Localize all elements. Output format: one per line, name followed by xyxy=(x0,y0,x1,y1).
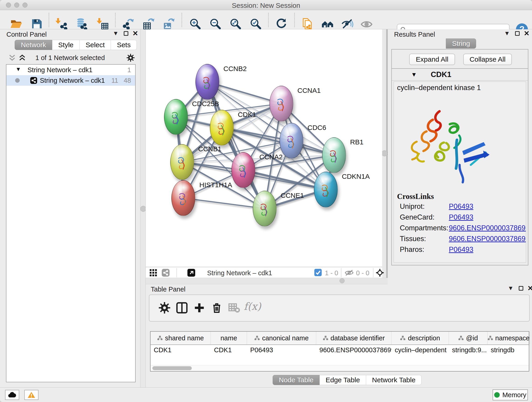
table-horizontal-scrollbar[interactable] xyxy=(151,365,529,371)
node-CCNA2[interactable] xyxy=(231,152,255,188)
node-CDC6[interactable] xyxy=(279,123,303,159)
protein-structure-image xyxy=(405,98,496,187)
column-header-@id[interactable]: @id xyxy=(449,332,488,345)
column-header-name[interactable]: name xyxy=(211,332,247,345)
zoom-out-icon[interactable] xyxy=(209,18,222,30)
detach-view-icon[interactable] xyxy=(187,269,195,277)
protein-ribbon-thumbnail xyxy=(275,95,288,115)
first-neighbors-houses-icon[interactable] xyxy=(322,18,334,30)
tab-string[interactable]: String xyxy=(446,38,476,49)
node-CCNA1[interactable] xyxy=(269,86,293,121)
protein-ribbon-thumbnail xyxy=(201,74,214,93)
apply-layout-icon[interactable] xyxy=(275,18,288,30)
right-splitter[interactable] xyxy=(382,29,388,284)
node-CCNB2[interactable] xyxy=(196,64,219,100)
left-splitter-handle[interactable] xyxy=(140,206,146,212)
zoom-in-icon[interactable] xyxy=(189,18,201,30)
network-canvas[interactable]: CCNB2CCNA1CDC25BCDK1CDC6RB1CCNB1CCNA2CDK… xyxy=(146,29,382,267)
table-menu-icon[interactable]: ▼ xyxy=(508,285,514,292)
protein-ribbon-thumbnail xyxy=(170,109,183,128)
crosslink-link[interactable]: P06493 xyxy=(449,202,473,211)
expand-all-networks-icon[interactable] xyxy=(18,54,26,62)
column-header-label: canonical name xyxy=(262,334,309,342)
edge-HIST1H1A-CCNE1[interactable] xyxy=(183,198,265,209)
network-view-share-icon[interactable] xyxy=(162,269,170,277)
close-panel-icon[interactable]: ✕ xyxy=(133,29,138,37)
network-collection-row[interactable]: ▼ String Network – cdk1 1 xyxy=(6,65,135,75)
import-network-icon[interactable] xyxy=(55,18,68,30)
export-image-icon[interactable] xyxy=(162,18,175,30)
crosslink-link[interactable]: 9606.ENSP00000378699 xyxy=(449,224,526,232)
birds-eye-crosshair-icon[interactable] xyxy=(376,268,384,277)
edge-CCNA2-CDKN1A[interactable] xyxy=(243,170,326,190)
grid-view-icon[interactable] xyxy=(149,269,157,277)
collapse-all-networks-icon[interactable] xyxy=(8,54,16,62)
warning-status-button[interactable] xyxy=(24,390,38,400)
import-table-icon[interactable] xyxy=(96,18,109,30)
tab-sets[interactable]: Sets xyxy=(111,40,137,50)
network-row-selected[interactable]: String Network – cdk1 11 48 xyxy=(6,75,135,86)
show-all-eye-icon[interactable] xyxy=(360,18,373,30)
export-table-icon[interactable] xyxy=(142,18,155,30)
add-column-icon[interactable] xyxy=(193,302,205,314)
memory-label: Memory xyxy=(502,391,526,399)
export-network-icon[interactable] xyxy=(122,18,134,30)
node-CDC25B[interactable] xyxy=(164,99,188,135)
results-float-icon[interactable] xyxy=(515,31,520,36)
crosslink-link[interactable]: P06493 xyxy=(449,213,473,221)
column-header-description[interactable]: description xyxy=(392,332,449,345)
memory-button[interactable]: Memory xyxy=(493,389,528,400)
table-row[interactable]: CDK1CDK1P064939606.ENSP00000378699cyclin… xyxy=(151,345,529,355)
tab-edge-table[interactable]: Edge Table xyxy=(320,375,366,385)
horizontal-splitter-handle[interactable] xyxy=(340,278,345,283)
float-panel-icon[interactable] xyxy=(124,31,128,36)
crosslink-link[interactable]: 9606.ENSP00000378699 xyxy=(449,235,526,243)
control-panel: Control Panel ▼ ✕ NetworkStyleSelectSets… xyxy=(0,29,140,387)
table-float-icon[interactable] xyxy=(519,286,523,291)
tab-style[interactable]: Style xyxy=(52,40,80,50)
column-header-canonical-name[interactable]: canonical name xyxy=(247,332,316,345)
results-close-icon[interactable]: ✕ xyxy=(524,29,530,37)
zoom-fit-icon[interactable] xyxy=(229,18,242,30)
node-CCNB1[interactable] xyxy=(170,144,194,180)
tab-select[interactable]: Select xyxy=(80,40,111,50)
node-CCNE1[interactable] xyxy=(253,191,277,226)
cloud-status-button[interactable] xyxy=(5,390,19,400)
selected-indicator-checkbox[interactable] xyxy=(314,269,322,276)
save-session-icon[interactable] xyxy=(31,18,43,30)
node-label-CDKN1A: CDKN1A xyxy=(342,172,370,180)
node-CDK1[interactable] xyxy=(210,110,234,146)
tab-network[interactable]: Network xyxy=(15,40,52,50)
expand-all-button[interactable]: Expand All xyxy=(409,54,455,65)
column-header-database-identifier[interactable]: database identifier xyxy=(316,332,392,345)
results-menu-icon[interactable]: ▼ xyxy=(504,30,510,37)
show-columns-icon[interactable] xyxy=(176,302,188,314)
delete-column-trash-icon[interactable] xyxy=(211,302,223,314)
collection-label: String Network – cdk1 xyxy=(27,66,93,74)
table-close-icon[interactable]: ✕ xyxy=(527,284,532,292)
column-header-shared-name[interactable]: shared name xyxy=(151,332,211,345)
node-CDKN1A[interactable] xyxy=(314,172,338,207)
clone-network-icon[interactable] xyxy=(301,18,313,30)
scrollbar-thumb[interactable] xyxy=(152,366,192,370)
network-options-gear-icon[interactable] xyxy=(127,54,135,62)
column-header-namespace[interactable]: namespace xyxy=(488,332,530,345)
tab-node-table[interactable]: Node Table xyxy=(273,375,320,385)
panel-menu-icon[interactable]: ▼ xyxy=(113,30,119,37)
tab-network-table[interactable]: Network Table xyxy=(366,375,422,385)
left-splitter[interactable] xyxy=(140,29,146,387)
node-RB1[interactable] xyxy=(322,137,346,173)
crosslink-label: Compartments: xyxy=(400,224,448,232)
crosslink-row: Pharos:P06493 xyxy=(394,245,526,256)
node-HIST1H1A[interactable] xyxy=(171,180,195,216)
right-splitter-handle[interactable] xyxy=(381,150,387,156)
entry-expander-icon[interactable]: ▼ xyxy=(411,71,417,78)
hide-selected-eye-slash-icon[interactable] xyxy=(341,18,354,30)
collapse-all-button[interactable]: Collapse All xyxy=(463,54,512,65)
open-session-icon[interactable] xyxy=(10,18,22,30)
zoom-selected-icon[interactable] xyxy=(249,18,262,30)
collection-expander-icon[interactable]: ▼ xyxy=(16,66,21,72)
import-network-database-icon[interactable] xyxy=(75,18,88,30)
crosslink-link[interactable]: P06493 xyxy=(449,245,473,254)
table-options-gear-icon[interactable] xyxy=(158,302,171,314)
